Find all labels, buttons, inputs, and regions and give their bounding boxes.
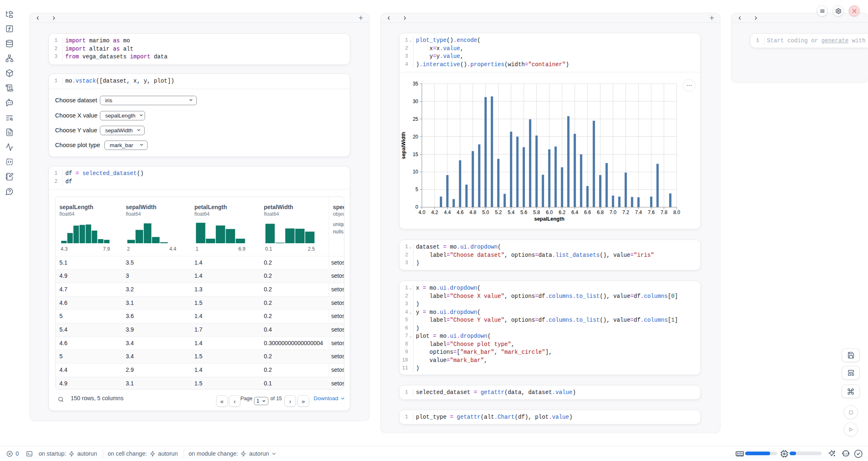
svg-text:30: 30 (413, 99, 418, 104)
svg-text:7.4: 7.4 (635, 210, 642, 215)
svg-text:7.0: 7.0 (609, 210, 616, 215)
svg-text:6.2: 6.2 (559, 210, 566, 215)
svg-text:5.8: 5.8 (533, 210, 540, 215)
svg-text:5.6: 5.6 (520, 210, 527, 215)
svg-text:7.2: 7.2 (622, 210, 629, 215)
svg-text:5.0: 5.0 (482, 210, 489, 215)
svg-text:4.6: 4.6 (457, 210, 464, 215)
svg-text:7.8: 7.8 (660, 210, 667, 215)
svg-text:35: 35 (413, 81, 418, 87)
svg-text:6.0: 6.0 (546, 210, 553, 215)
svg-text:4.4: 4.4 (444, 210, 451, 215)
svg-text:5.4: 5.4 (508, 210, 515, 215)
svg-text:6.8: 6.8 (597, 210, 604, 215)
svg-text:5: 5 (416, 187, 418, 192)
svg-text:0: 0 (416, 204, 418, 210)
svg-text:4.0: 4.0 (418, 210, 425, 215)
svg-text:sepalWidth: sepalWidth (401, 132, 406, 159)
svg-text:10: 10 (413, 169, 418, 175)
svg-text:sepalLength: sepalLength (534, 216, 565, 222)
svg-text:20: 20 (413, 134, 418, 140)
svg-text:4.8: 4.8 (469, 210, 476, 215)
svg-text:15: 15 (413, 152, 418, 157)
svg-text:8.0: 8.0 (673, 210, 680, 215)
svg-text:6.6: 6.6 (584, 210, 591, 215)
svg-text:25: 25 (413, 116, 418, 122)
svg-text:5.2: 5.2 (495, 210, 502, 215)
svg-text:4.2: 4.2 (431, 210, 438, 215)
svg-text:6.4: 6.4 (571, 210, 578, 215)
svg-text:7.6: 7.6 (648, 210, 655, 215)
